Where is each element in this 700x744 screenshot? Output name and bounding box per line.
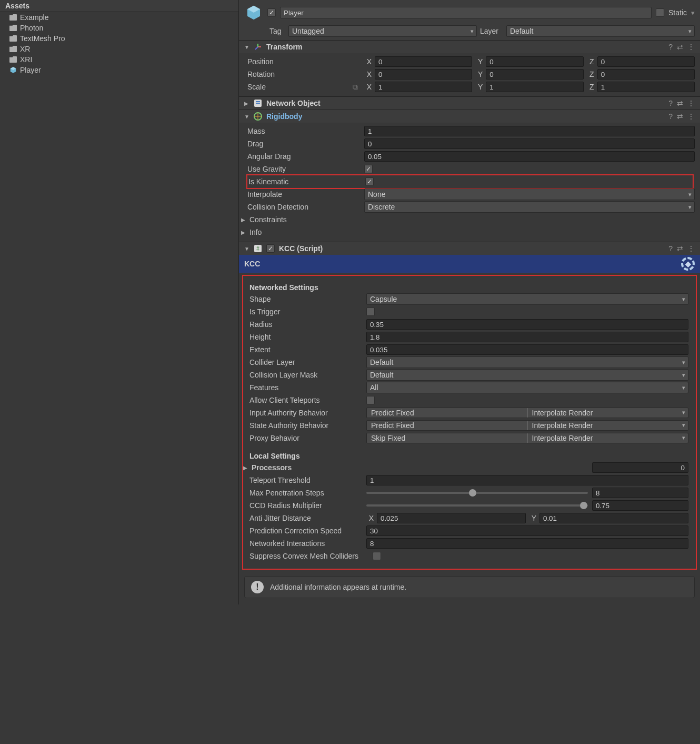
folder-icon bbox=[9, 35, 17, 42]
preset-icon[interactable]: ⇄ bbox=[677, 99, 683, 107]
is-kinematic-checkbox[interactable] bbox=[365, 177, 374, 186]
foldout-icon[interactable]: ▶ bbox=[244, 101, 249, 106]
collision-detection-dropdown[interactable]: Discrete bbox=[364, 201, 695, 213]
component-header[interactable]: ▼ Transform ? ⇄ ⋮ bbox=[239, 41, 700, 53]
script-icon bbox=[254, 99, 262, 107]
svg-text:#: # bbox=[256, 246, 259, 252]
extent-field[interactable] bbox=[366, 344, 688, 355]
transform-component: ▼ Transform ? ⇄ ⋮ Position X Y Z Rotatio… bbox=[239, 40, 700, 96]
scale-x-field[interactable] bbox=[375, 82, 472, 92]
collider-layer-label: Collider Layer bbox=[249, 358, 363, 366]
asset-name: XR bbox=[20, 45, 30, 53]
help-icon[interactable]: ? bbox=[668, 112, 673, 121]
preset-icon[interactable]: ⇄ bbox=[677, 112, 683, 121]
asset-folder[interactable]: Photon bbox=[0, 23, 238, 33]
allow-client-teleports-checkbox[interactable] bbox=[366, 396, 375, 404]
radius-field[interactable] bbox=[366, 319, 688, 330]
context-menu-icon[interactable]: ⋮ bbox=[687, 244, 695, 253]
help-icon[interactable]: ? bbox=[668, 99, 673, 107]
mass-field[interactable] bbox=[364, 126, 695, 136]
tag-label: Tag bbox=[269, 27, 285, 35]
ccd-radius-label: CCD Radius Multiplier bbox=[249, 501, 363, 510]
help-icon[interactable]: ? bbox=[668, 43, 673, 51]
proxy-behavior-dropdown[interactable]: Skip FixedInterpolate Render bbox=[366, 433, 688, 443]
foldout-icon[interactable]: ▼ bbox=[244, 114, 249, 120]
max-penetration-slider[interactable] bbox=[366, 492, 588, 494]
suppress-convex-checkbox[interactable] bbox=[373, 552, 381, 560]
use-gravity-checkbox[interactable] bbox=[364, 165, 373, 173]
component-header[interactable]: ▼ # KCC (Script) ? ⇄ ⋮ bbox=[239, 242, 700, 255]
angular-drag-field[interactable] bbox=[364, 151, 695, 162]
anti-jitter-x-field[interactable] bbox=[377, 513, 526, 523]
use-gravity-label: Use Gravity bbox=[247, 165, 361, 173]
help-icon[interactable]: ? bbox=[668, 244, 673, 253]
preset-icon[interactable]: ⇄ bbox=[677, 43, 683, 51]
asset-folder[interactable]: TextMesh Pro bbox=[0, 33, 238, 44]
collision-layer-mask-dropdown[interactable]: Default bbox=[366, 369, 688, 381]
context-menu-icon[interactable]: ⋮ bbox=[687, 112, 695, 121]
foldout-icon[interactable]: ▶ bbox=[243, 465, 248, 471]
asset-folder[interactable]: XRI bbox=[0, 54, 238, 65]
context-menu-icon[interactable]: ⋮ bbox=[687, 99, 695, 107]
tag-dropdown[interactable]: Untagged bbox=[288, 25, 477, 37]
folder-icon bbox=[9, 25, 17, 31]
features-dropdown[interactable]: All bbox=[366, 382, 688, 393]
input-authority-dropdown[interactable]: Predict FixedInterpolate Render bbox=[366, 408, 688, 418]
component-enabled-checkbox[interactable] bbox=[266, 244, 275, 253]
processors-count-field[interactable] bbox=[592, 462, 688, 473]
position-y-field[interactable] bbox=[486, 56, 583, 67]
ccd-radius-slider[interactable] bbox=[366, 504, 588, 507]
layer-dropdown[interactable]: Default bbox=[506, 25, 695, 37]
component-header[interactable]: ▶ Network Object ? ⇄ ⋮ bbox=[239, 97, 700, 110]
asset-folder[interactable]: XR bbox=[0, 44, 238, 54]
static-checkbox[interactable] bbox=[656, 8, 664, 17]
asset-prefab[interactable]: Player bbox=[0, 65, 238, 75]
ccd-radius-value[interactable] bbox=[592, 500, 688, 511]
is-trigger-checkbox[interactable] bbox=[366, 307, 375, 316]
runtime-info-box: ! Additional information appears at runt… bbox=[244, 576, 695, 598]
enabled-checkbox[interactable] bbox=[267, 8, 276, 17]
gameobject-name-field[interactable] bbox=[280, 7, 652, 18]
component-title: KCC (Script) bbox=[279, 244, 664, 253]
foldout-icon[interactable]: ▼ bbox=[244, 44, 249, 50]
anti-jitter-y-field[interactable] bbox=[539, 513, 688, 523]
collider-layer-dropdown[interactable]: Default bbox=[366, 356, 688, 368]
shape-dropdown[interactable]: Capsule bbox=[366, 293, 688, 305]
networked-interactions-field[interactable] bbox=[366, 538, 688, 549]
teleport-threshold-field[interactable] bbox=[366, 475, 688, 485]
component-title: Transform bbox=[266, 43, 664, 51]
prediction-correction-field[interactable] bbox=[366, 525, 688, 536]
foldout-icon[interactable]: ▼ bbox=[244, 246, 249, 252]
constrain-proportions-icon[interactable]: ⧉ bbox=[353, 83, 358, 92]
component-header[interactable]: ▼ Rigidbody ? ⇄ ⋮ bbox=[239, 110, 700, 123]
scale-z-field[interactable] bbox=[597, 82, 695, 92]
foldout-icon[interactable]: ▶ bbox=[241, 217, 246, 223]
script-icon: # bbox=[254, 244, 262, 253]
rigidbody-component: ▼ Rigidbody ? ⇄ ⋮ Mass Drag Angular Drag… bbox=[239, 110, 700, 242]
interpolate-dropdown[interactable]: None bbox=[364, 189, 695, 200]
preset-icon[interactable]: ⇄ bbox=[677, 244, 683, 253]
foldout-icon[interactable]: ▶ bbox=[241, 230, 246, 235]
networked-icon bbox=[681, 257, 695, 271]
kcc-bar-title: KCC bbox=[244, 260, 260, 268]
suppress-convex-label: Suppress Convex Mesh Colliders bbox=[249, 552, 369, 560]
drag-field[interactable] bbox=[364, 138, 695, 149]
position-z-field[interactable] bbox=[597, 56, 695, 67]
chevron-down-icon[interactable]: ▾ bbox=[691, 9, 695, 17]
state-authority-dropdown[interactable]: Predict FixedInterpolate Render bbox=[366, 420, 688, 431]
scale-y-field[interactable] bbox=[486, 82, 583, 92]
height-field[interactable] bbox=[366, 332, 688, 342]
rotation-z-field[interactable] bbox=[597, 69, 695, 80]
svg-rect-5 bbox=[256, 103, 260, 104]
rotation-x-field[interactable] bbox=[375, 69, 472, 80]
asset-folder[interactable]: Example bbox=[0, 12, 238, 23]
rotation-y-field[interactable] bbox=[486, 69, 583, 80]
svg-line-2 bbox=[255, 47, 258, 49]
collision-layer-mask-label: Collision Layer Mask bbox=[249, 371, 363, 379]
context-menu-icon[interactable]: ⋮ bbox=[687, 43, 695, 51]
prefab-icon bbox=[244, 3, 263, 22]
assets-panel: Assets Example Photon TextMesh Pro XR XR… bbox=[0, 0, 239, 604]
prefab-icon bbox=[9, 66, 17, 74]
max-penetration-value[interactable] bbox=[592, 488, 688, 498]
position-x-field[interactable] bbox=[375, 56, 472, 67]
